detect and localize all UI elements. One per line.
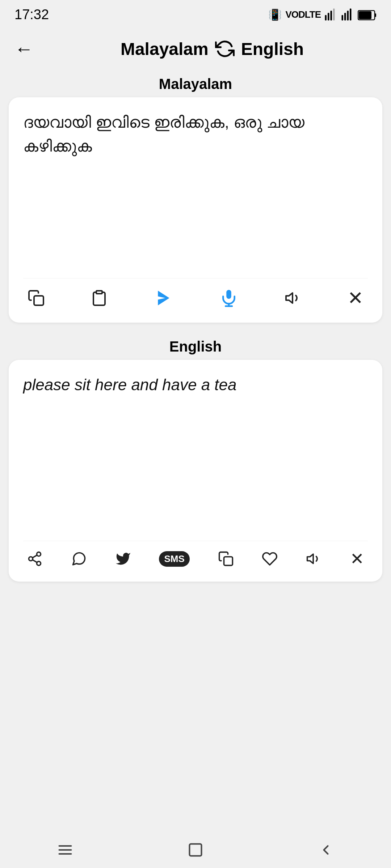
status-time: 17:32 [14, 7, 49, 22]
svg-rect-5 [344, 13, 346, 21]
source-translation-card: ദയവായി ഇവിടെ ഇരിക്കുക, ഒരു ചായ കഴിക്കുക [9, 97, 382, 323]
target-language-heading: English [0, 331, 391, 360]
signal-icon-2 [341, 8, 354, 21]
target-translation-card: please sit here and have a tea SMS [9, 360, 382, 582]
nav-home-button[interactable] [188, 842, 203, 858]
source-translation-text: ദയവായി ഇവിടെ ഇരിക്കുക, ഒരു ചായ കഴിക്കുക [23, 110, 368, 269]
target-language-label: English [241, 39, 304, 59]
svg-marker-13 [158, 291, 169, 306]
send-button[interactable] [150, 285, 178, 311]
copy-target-button[interactable] [214, 549, 237, 569]
svg-rect-28 [190, 844, 202, 856]
source-card-actions: ✕ [23, 278, 368, 312]
source-language-heading: Malayalam [0, 69, 391, 97]
header-title: Malayalam English [44, 39, 380, 59]
svg-rect-7 [350, 9, 352, 21]
svg-rect-2 [331, 11, 332, 21]
svg-rect-0 [325, 15, 327, 21]
sms-button[interactable]: SMS [155, 549, 193, 569]
svg-line-21 [33, 560, 37, 562]
svg-line-22 [33, 555, 37, 558]
copy-icon[interactable] [23, 286, 49, 310]
speak-target-button[interactable] [302, 549, 325, 569]
svg-rect-10 [359, 11, 371, 19]
svg-marker-24 [307, 554, 314, 563]
navigation-bar [0, 832, 391, 868]
volume-icon[interactable] [280, 286, 306, 310]
whatsapp-button[interactable] [67, 549, 91, 569]
vibrate-icon: 📳 [268, 8, 282, 21]
svg-rect-12 [96, 291, 102, 294]
paste-icon[interactable] [86, 286, 112, 310]
mic-button[interactable] [215, 285, 243, 311]
svg-rect-11 [34, 296, 43, 305]
signal-icon-1 [324, 8, 337, 21]
svg-marker-17 [286, 293, 293, 303]
battery-icon [358, 9, 377, 20]
target-translation-text: please sit here and have a tea [23, 373, 368, 532]
close-source-button[interactable]: ✕ [343, 284, 368, 312]
share-button[interactable] [23, 549, 46, 569]
back-button[interactable]: ← [11, 34, 37, 63]
svg-rect-9 [375, 13, 376, 17]
close-target-button[interactable]: ✕ [346, 547, 368, 571]
svg-rect-4 [342, 15, 344, 21]
source-language-label: Malayalam [121, 39, 209, 59]
nav-menu-button[interactable] [57, 842, 73, 858]
svg-rect-6 [347, 11, 349, 21]
nav-back-button[interactable] [318, 842, 334, 858]
twitter-button[interactable] [112, 549, 135, 569]
svg-rect-14 [226, 290, 231, 299]
status-bar: 17:32 📳 VODLTE [0, 0, 391, 29]
svg-rect-1 [328, 13, 329, 21]
app-header: ← Malayalam English [0, 29, 391, 69]
favorite-button[interactable] [258, 549, 281, 569]
swap-languages-button[interactable] [215, 39, 235, 59]
target-card-actions: SMS ✕ [23, 541, 368, 571]
svg-rect-23 [224, 557, 232, 566]
volte-icon: VODLTE [285, 9, 321, 20]
sms-label: SMS [159, 551, 189, 567]
svg-rect-3 [333, 9, 335, 21]
status-icons: 📳 VODLTE [268, 8, 377, 21]
